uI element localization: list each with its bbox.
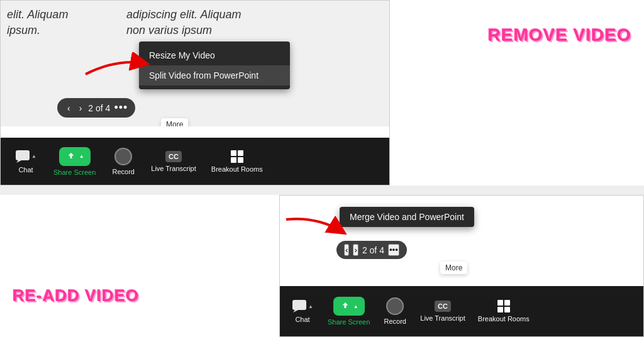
live-transcript-label-bottom: Live Transcript xyxy=(420,314,465,322)
breakout-rooms-label-bottom: Breakout Rooms xyxy=(478,315,530,323)
top-content-area: elit. Aliquam ipsum. adipiscing elit. Al… xyxy=(1,1,389,126)
share-screen-button-bottom[interactable]: ▲ Share Screen xyxy=(328,297,370,326)
next-btn-bottom[interactable]: › xyxy=(353,244,358,256)
live-transcript-label-top: Live Transcript xyxy=(151,165,196,172)
more-dots-btn-top[interactable]: ••• xyxy=(114,101,128,114)
svg-rect-1 xyxy=(16,150,30,160)
share-screen-icon-bottom xyxy=(340,301,351,312)
resize-my-video-item[interactable]: Resize My Video xyxy=(139,45,290,65)
red-arrow-top xyxy=(82,52,152,80)
top-section: elit. Aliquam ipsum. adipiscing elit. Al… xyxy=(0,0,390,185)
share-icon-wrap-bottom: ▲ xyxy=(333,297,365,316)
svg-rect-4 xyxy=(292,300,306,310)
svg-marker-2 xyxy=(16,160,21,163)
chat-label-top: Chat xyxy=(18,166,33,174)
prev-btn-top[interactable]: ‹ xyxy=(65,102,73,114)
record-button-top[interactable]: Record xyxy=(111,148,136,175)
record-icon-top xyxy=(114,148,132,165)
share-screen-label-top: Share Screen xyxy=(53,168,96,176)
chat-icon-wrap-bottom: ▲ xyxy=(292,299,313,313)
chat-icon-bottom xyxy=(292,299,307,313)
more-tooltip-bottom: More xyxy=(440,262,467,274)
red-arrow-bottom xyxy=(280,213,349,247)
breakout-rooms-label-top: Breakout Rooms xyxy=(211,165,263,173)
breakout-icon-bottom xyxy=(497,300,510,312)
svg-marker-5 xyxy=(293,310,298,312)
cc-icon-bottom: CC xyxy=(435,301,451,312)
live-transcript-button-top[interactable]: CC Live Transcript xyxy=(151,151,196,172)
chat-caret-bottom[interactable]: ▲ xyxy=(308,304,313,309)
cc-icon-top: CC xyxy=(165,151,182,162)
chat-icon-wrap: ▲ xyxy=(15,150,36,163)
breakout-rooms-button-bottom[interactable]: Breakout Rooms xyxy=(478,300,530,323)
share-screen-button-top[interactable]: ▲ Share Screen xyxy=(53,147,96,176)
breakout-rooms-button-top[interactable]: Breakout Rooms xyxy=(211,150,263,173)
record-label-bottom: Record xyxy=(384,318,406,325)
dropdown-menu-top[interactable]: Resize My Video Split Video from PowerPo… xyxy=(139,41,290,89)
share-btn-bottom[interactable]: ▲ xyxy=(333,297,365,316)
share-screen-icon xyxy=(65,151,77,162)
top-text-right: adipiscing elit. Aliquam non varius ipsu… xyxy=(126,7,241,38)
toolbar-bottom: ▲ Chat ▲ Share Screen Record CC xyxy=(280,286,643,336)
chat-label-bottom: Chat xyxy=(295,316,309,323)
next-btn-top[interactable]: › xyxy=(77,102,85,114)
top-text-left: elit. Aliquam ipsum. xyxy=(7,7,68,38)
record-icon-bottom xyxy=(386,297,404,315)
more-dots-btn-bottom[interactable]: ••• xyxy=(388,244,399,256)
divider xyxy=(0,185,644,195)
pagination-top: ‹ › 2 of 4 ••• xyxy=(57,98,135,118)
breakout-icon-top xyxy=(231,150,243,163)
share-caret[interactable]: ▲ xyxy=(79,153,84,159)
chat-button-top[interactable]: ▲ Chat xyxy=(13,150,38,174)
merge-video-item[interactable]: Merge Video and PowerPoint xyxy=(350,212,464,222)
bottom-section: Merge Video and PowerPoint ‹ › 2 of 4 ••… xyxy=(279,195,644,337)
share-btn-top[interactable]: ▲ xyxy=(59,147,91,166)
share-caret-bottom[interactable]: ▲ xyxy=(353,304,358,309)
chat-button-bottom[interactable]: ▲ Chat xyxy=(290,299,315,323)
page-indicator-bottom: 2 of 4 xyxy=(362,245,384,255)
share-icon-wrap: ▲ xyxy=(59,147,91,166)
toolbar-top: ▲ Chat ▲ Share Screen Record CC xyxy=(1,138,389,185)
record-button-bottom[interactable]: Record xyxy=(382,297,408,325)
readd-video-label: RE-ADD VIDEO xyxy=(13,286,139,306)
page-indicator-top: 2 of 4 xyxy=(88,103,110,113)
more-tooltip-top: More xyxy=(161,118,188,126)
record-label-top: Record xyxy=(113,168,135,175)
share-screen-label-bottom: Share Screen xyxy=(328,318,370,326)
chat-icon xyxy=(15,150,30,163)
split-video-item[interactable]: Split Video from PowerPoint xyxy=(139,65,290,86)
dropdown-menu-bottom[interactable]: Merge Video and PowerPoint xyxy=(340,207,474,227)
live-transcript-button-bottom[interactable]: CC Live Transcript xyxy=(420,301,465,322)
remove-video-label: REMOVE VIDEO xyxy=(488,25,631,45)
chat-caret[interactable]: ▲ xyxy=(31,153,36,159)
